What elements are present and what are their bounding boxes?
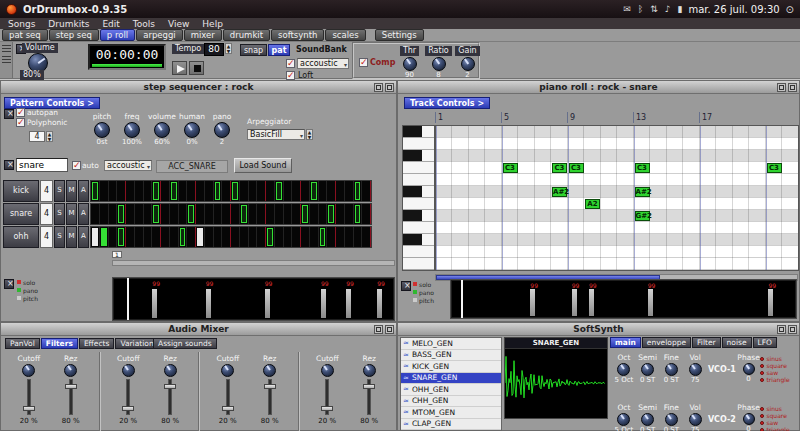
pat-toggle[interactable]: pat: [268, 44, 290, 56]
tab-mixer[interactable]: mixer: [184, 29, 222, 41]
track-name-button[interactable]: ohh: [3, 226, 39, 248]
mixer-knob[interactable]: [263, 364, 276, 377]
panel-maximize-button[interactable]: [777, 83, 786, 92]
knob-vol[interactable]: [689, 413, 702, 426]
step-cell[interactable]: [205, 227, 214, 247]
overview-bar[interactable]: [572, 289, 577, 316]
step-cell[interactable]: [345, 204, 354, 224]
tab-scales[interactable]: scales: [325, 29, 365, 41]
generator-mtom-gen[interactable]: ≈MTOM_GEN: [401, 407, 501, 419]
step-cell[interactable]: [284, 227, 293, 247]
step-cell[interactable]: [240, 181, 249, 201]
step-cell[interactable]: [117, 181, 126, 201]
piano-key[interactable]: [403, 186, 434, 198]
step-cell[interactable]: [319, 181, 328, 201]
tab-drumkit[interactable]: drumkit: [223, 29, 270, 41]
slider-thumb[interactable]: [321, 406, 333, 411]
step-cell[interactable]: [222, 227, 231, 247]
track-s-button[interactable]: S: [54, 203, 65, 225]
step-cell[interactable]: [91, 204, 100, 224]
knob-pitch[interactable]: [94, 122, 110, 138]
slider-thumb[interactable]: [122, 406, 134, 411]
piano-key[interactable]: [403, 222, 434, 234]
track-s-button[interactable]: S: [54, 226, 65, 248]
step-cell[interactable]: [266, 181, 275, 201]
step-cell[interactable]: [91, 227, 100, 247]
mixer-slider[interactable]: [320, 379, 334, 415]
overview-option[interactable]: pano: [17, 286, 38, 294]
step-cell[interactable]: [179, 227, 188, 247]
load-sound-button[interactable]: Load Sound: [234, 158, 292, 173]
track-controls-button[interactable]: Track Controls >: [404, 97, 490, 109]
loft-checkbox[interactable]: [286, 71, 295, 80]
network-icon[interactable]: ⇅: [650, 4, 658, 14]
step-cell[interactable]: [152, 181, 161, 201]
mixer-tab-panvol[interactable]: PanVol: [5, 338, 40, 349]
mixer-slider[interactable]: [121, 379, 135, 415]
generator-bass-gen[interactable]: ≈BASS_GEN: [401, 350, 501, 362]
menu-drumkits[interactable]: Drumkits: [48, 19, 89, 29]
step-cell[interactable]: [100, 204, 109, 224]
step-cell[interactable]: [336, 181, 345, 201]
slider-thumb[interactable]: [363, 384, 375, 389]
step-cell[interactable]: [161, 204, 170, 224]
generator-snare-gen[interactable]: ≈SNARE_GEN: [401, 373, 501, 385]
track-name-input[interactable]: [16, 158, 68, 172]
step-cell[interactable]: [240, 204, 249, 224]
knob-gain[interactable]: [461, 57, 475, 71]
tab-step-seq[interactable]: step seq: [49, 29, 99, 41]
overview-option[interactable]: pitch: [17, 294, 38, 302]
panel-shade-button[interactable]: [385, 83, 394, 92]
note-cell[interactable]: C3: [569, 163, 584, 173]
step-cell[interactable]: [152, 227, 161, 247]
knob-human[interactable]: [184, 122, 200, 138]
tempo-spinner[interactable]: [225, 43, 232, 54]
step-cell[interactable]: [336, 204, 345, 224]
menu-edit[interactable]: Edit: [102, 19, 119, 29]
arpeggiator-spinner[interactable]: [306, 129, 313, 140]
note-cell[interactable]: C3: [767, 163, 782, 173]
step-cell[interactable]: [257, 204, 266, 224]
bank-select[interactable]: accoustic: [104, 160, 152, 171]
step-cell[interactable]: [222, 181, 231, 201]
wave-option-triangle[interactable]: triangle: [760, 426, 800, 431]
step-cell[interactable]: [362, 204, 371, 224]
step-cell[interactable]: [354, 204, 363, 224]
step-cell[interactable]: [310, 181, 319, 201]
track-name-button[interactable]: snare: [3, 203, 39, 225]
piano-key[interactable]: [403, 246, 434, 258]
generator-melo-gen[interactable]: ≈MELO_GEN: [401, 338, 501, 350]
knob-oct[interactable]: [617, 413, 630, 426]
panel-maximize-button[interactable]: [777, 325, 786, 334]
menu-view[interactable]: View: [168, 19, 189, 29]
track-a-button[interactable]: A: [78, 180, 89, 202]
step-cell[interactable]: [266, 204, 275, 224]
generator-ohh-gen[interactable]: ≈OHH_GEN: [401, 384, 501, 396]
panel-maximize-button[interactable]: [374, 325, 383, 334]
slider-thumb[interactable]: [222, 406, 234, 411]
tempo-value[interactable]: 80: [204, 43, 224, 56]
step-cell[interactable]: [126, 204, 135, 224]
sliders-icon[interactable]: [2, 56, 11, 64]
app-icon[interactable]: [6, 4, 17, 15]
step-cell[interactable]: [170, 181, 179, 201]
knob-semi[interactable]: [641, 363, 654, 376]
tab-softsynth[interactable]: softsynth: [271, 29, 324, 41]
step-cell[interactable]: [135, 204, 144, 224]
step-cell[interactable]: [179, 181, 188, 201]
autopan-checkbox[interactable]: [16, 108, 25, 117]
mixer-knob[interactable]: [363, 364, 376, 377]
note-cell[interactable]: A2: [585, 199, 600, 209]
step-cell[interactable]: [100, 227, 109, 247]
overview-bar[interactable]: [152, 289, 157, 318]
mixer-tab-effects[interactable]: Effects: [79, 338, 115, 349]
step-cell[interactable]: [327, 227, 336, 247]
track-m-button[interactable]: M: [66, 203, 77, 225]
close-button[interactable]: [4, 109, 14, 119]
piano-key[interactable]: [403, 138, 434, 150]
mixer-slider[interactable]: [64, 379, 78, 415]
overview-bar[interactable]: [377, 289, 382, 318]
step-cell[interactable]: [301, 227, 310, 247]
panel-maximize-button[interactable]: [374, 83, 383, 92]
mixer-slider[interactable]: [263, 379, 277, 415]
